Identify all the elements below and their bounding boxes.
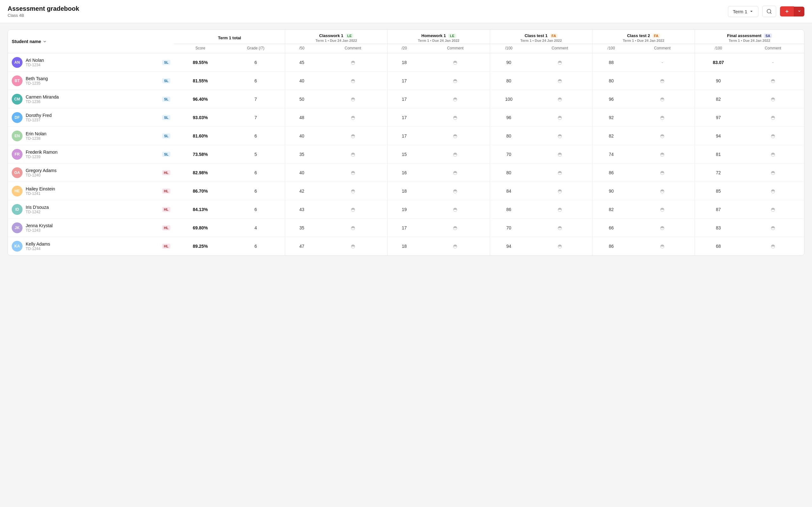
student-name[interactable]: Erin Nolan (26, 131, 46, 136)
comment-icon[interactable]: ◓ (660, 133, 664, 138)
cw1-comment-cell[interactable]: ◓ (318, 182, 388, 200)
grade-cell[interactable]: 6 (226, 127, 285, 145)
ct2-score-cell[interactable]: 92 (592, 108, 630, 127)
fa-score-cell[interactable]: 97 (695, 108, 742, 127)
ct1-score-cell[interactable]: 100 (490, 90, 527, 108)
cw1-score-cell[interactable]: 42 (285, 182, 318, 200)
hw1-comment-cell[interactable]: ◓ (421, 200, 490, 219)
fa-comment-cell[interactable]: ◓ (742, 127, 804, 145)
grade-cell[interactable]: 4 (226, 219, 285, 237)
student-name[interactable]: Carmen Miranda (26, 95, 59, 100)
comment-icon[interactable]: ◓ (771, 170, 775, 175)
comment-icon[interactable]: ◓ (558, 207, 562, 212)
comment-icon[interactable]: ◓ (453, 115, 457, 120)
student-name[interactable]: Gregory Adams (26, 168, 56, 173)
comment-icon[interactable]: ◓ (558, 243, 562, 249)
grade-cell[interactable]: 7 (226, 90, 285, 108)
cw1-score-cell[interactable]: 40 (285, 164, 318, 182)
comment-icon[interactable]: ◓ (771, 115, 775, 120)
fa-comment-cell[interactable]: ◓ (742, 90, 804, 108)
comment-icon[interactable]: ◓ (660, 96, 664, 102)
fa-comment-cell[interactable]: ◓ (742, 72, 804, 90)
ct2-comment-cell[interactable]: ◓ (630, 164, 695, 182)
grade-cell[interactable]: 6 (226, 164, 285, 182)
fa-score-cell[interactable]: 68 (695, 237, 742, 256)
comment-icon[interactable]: ◓ (351, 243, 355, 249)
comment-icon[interactable]: ◓ (453, 78, 457, 83)
student-name-sort[interactable]: Student name (12, 35, 170, 49)
ct2-comment-cell[interactable]: - (630, 53, 695, 72)
fa-comment-cell[interactable]: ◓ (742, 108, 804, 127)
cw1-score-cell[interactable]: 48 (285, 108, 318, 127)
add-dropdown-button[interactable] (794, 7, 804, 16)
search-button[interactable] (762, 6, 776, 17)
ct1-score-cell[interactable]: 86 (490, 200, 527, 219)
comment-icon[interactable]: ◓ (453, 188, 457, 193)
hw1-score-cell[interactable]: 17 (388, 108, 421, 127)
cw1-score-cell[interactable]: 35 (285, 219, 318, 237)
comment-icon[interactable]: ◓ (558, 60, 562, 65)
ct1-score-cell[interactable]: 70 (490, 219, 527, 237)
comment-icon[interactable]: ◓ (558, 188, 562, 193)
comment-icon[interactable]: ◓ (351, 96, 355, 102)
comment-icon[interactable]: ◓ (351, 152, 355, 157)
comment-icon[interactable]: ◓ (771, 78, 775, 83)
ct1-score-cell[interactable]: 70 (490, 145, 527, 164)
comment-icon[interactable]: ◓ (453, 243, 457, 249)
ct2-comment-cell[interactable]: ◓ (630, 182, 695, 200)
fa-score-cell[interactable]: 87 (695, 200, 742, 219)
comment-icon[interactable]: ◓ (660, 152, 664, 157)
ct1-score-cell[interactable]: 90 (490, 53, 527, 72)
ct2-score-cell[interactable]: 86 (592, 164, 630, 182)
ct2-comment-cell[interactable]: ◓ (630, 108, 695, 127)
ct1-comment-cell[interactable]: ◓ (527, 182, 592, 200)
hw1-comment-cell[interactable]: ◓ (421, 182, 490, 200)
fa-score-cell[interactable]: 94 (695, 127, 742, 145)
ct1-comment-cell[interactable]: ◓ (527, 72, 592, 90)
comment-icon[interactable]: ◓ (351, 115, 355, 120)
comment-icon[interactable]: ◓ (453, 133, 457, 138)
ct2-comment-cell[interactable]: ◓ (630, 219, 695, 237)
ct1-score-cell[interactable]: 84 (490, 182, 527, 200)
comment-icon[interactable]: ◓ (558, 170, 562, 175)
ct1-comment-cell[interactable]: ◓ (527, 90, 592, 108)
ct1-comment-cell[interactable]: ◓ (527, 219, 592, 237)
cw1-comment-cell[interactable]: ◓ (318, 108, 388, 127)
comment-icon[interactable]: ◓ (453, 152, 457, 157)
comment-icon[interactable]: ◓ (771, 188, 775, 193)
student-name[interactable]: Dorothy Fred (26, 113, 52, 118)
ct1-comment-cell[interactable]: ◓ (527, 53, 592, 72)
ct1-score-cell[interactable]: 96 (490, 108, 527, 127)
hw1-score-cell[interactable]: 18 (388, 53, 421, 72)
comment-icon[interactable]: ◓ (351, 133, 355, 138)
ct2-score-cell[interactable]: 86 (592, 237, 630, 256)
fa-comment-cell[interactable]: ◓ (742, 182, 804, 200)
cw1-score-cell[interactable]: 43 (285, 200, 318, 219)
comment-icon[interactable]: ◓ (558, 133, 562, 138)
student-name[interactable]: Hailey Einstein (26, 186, 55, 191)
cw1-comment-cell[interactable]: ◓ (318, 90, 388, 108)
ct2-comment-cell[interactable]: ◓ (630, 237, 695, 256)
grade-cell[interactable]: 6 (226, 200, 285, 219)
comment-icon[interactable]: ◓ (771, 96, 775, 102)
hw1-comment-cell[interactable]: ◓ (421, 108, 490, 127)
cw1-comment-cell[interactable]: ◓ (318, 237, 388, 256)
comment-icon[interactable]: ◓ (660, 170, 664, 175)
ct2-score-cell[interactable]: 82 (592, 127, 630, 145)
grade-cell[interactable]: 6 (226, 237, 285, 256)
term-selector[interactable]: Term 1 (728, 6, 758, 17)
ct2-score-cell[interactable]: 88 (592, 53, 630, 72)
ct2-score-cell[interactable]: 66 (592, 219, 630, 237)
hw1-score-cell[interactable]: 18 (388, 182, 421, 200)
comment-icon[interactable]: ◓ (453, 170, 457, 175)
ct1-score-cell[interactable]: 80 (490, 164, 527, 182)
ct2-score-cell[interactable]: 90 (592, 182, 630, 200)
hw1-score-cell[interactable]: 18 (388, 237, 421, 256)
comment-icon[interactable]: ◓ (771, 152, 775, 157)
ct1-comment-cell[interactable]: ◓ (527, 237, 592, 256)
cw1-comment-cell[interactable]: ◓ (318, 53, 388, 72)
hw1-comment-cell[interactable]: ◓ (421, 164, 490, 182)
hw1-score-cell[interactable]: 17 (388, 90, 421, 108)
student-name[interactable]: Beth Tsang (26, 76, 48, 81)
hw1-comment-cell[interactable]: ◓ (421, 145, 490, 164)
